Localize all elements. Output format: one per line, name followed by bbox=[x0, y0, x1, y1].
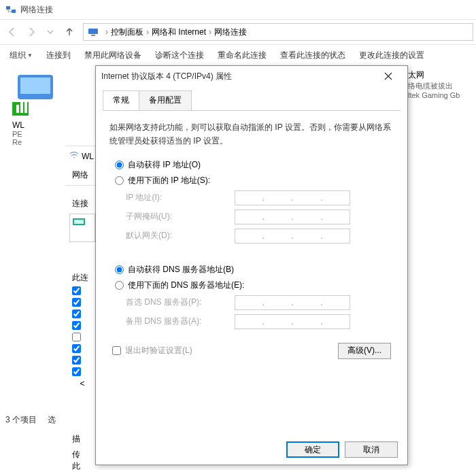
disable-device-button[interactable]: 禁用此网络设备 bbox=[79, 47, 147, 64]
component-checkbox[interactable] bbox=[72, 344, 81, 353]
change-settings-button[interactable]: 更改此连接的设置 bbox=[354, 47, 430, 64]
dialog-titlebar[interactable]: Internet 协议版本 4 (TCP/IPv4) 属性 bbox=[96, 66, 407, 86]
organize-button[interactable]: 组织▼ bbox=[4, 47, 38, 64]
advanced-button[interactable]: 高级(V)... bbox=[338, 343, 391, 359]
svg-rect-8 bbox=[20, 102, 23, 113]
ip-address-label: IP 地址(I): bbox=[126, 192, 235, 203]
radio-ip-auto[interactable] bbox=[115, 161, 124, 169]
svg-rect-5 bbox=[20, 78, 50, 94]
cancel-button[interactable]: 取消 bbox=[345, 441, 398, 458]
breadcrumb-item[interactable]: 网络连接 bbox=[214, 27, 247, 38]
breadcrumb-item[interactable]: 控制面板 bbox=[111, 27, 143, 38]
tab-general[interactable]: 常规 bbox=[103, 90, 139, 110]
computer-icon bbox=[88, 27, 99, 37]
alternate-dns-input: ... bbox=[235, 314, 350, 329]
adapter-item-ethernet[interactable]: 太网 络电缆被拔出 ltek Gaming Gb bbox=[408, 69, 468, 99]
preferred-dns-label: 首选 DNS 服务器(P): bbox=[126, 297, 235, 308]
adapter-properties-window: WL 网络 连接 此连 < 描 传 此 bbox=[65, 146, 99, 470]
window-titlebar: 网络连接 bbox=[0, 0, 476, 19]
dialog-description: 如果网络支持此功能，则可以获取自动指派的 IP 设置。否则，你需要从网络系统管理… bbox=[109, 120, 394, 148]
address-bar: › 控制面板 › 网络和 Internet › 网络连接 bbox=[0, 19, 476, 45]
component-checkbox[interactable] bbox=[72, 367, 81, 376]
subnet-mask-input: ... bbox=[235, 209, 350, 224]
component-checkbox[interactable] bbox=[72, 298, 81, 307]
gateway-label: 默认网关(D): bbox=[126, 230, 235, 241]
alternate-dns-label: 备用 DNS 服务器(A): bbox=[126, 316, 235, 327]
forward-button[interactable] bbox=[22, 22, 41, 41]
svg-rect-7 bbox=[16, 105, 19, 113]
ipv4-properties-dialog: Internet 协议版本 4 (TCP/IPv4) 属性 常规 备用配置 如果… bbox=[95, 65, 408, 465]
radio-dns-manual-label: 使用下面的 DNS 服务器地址(E): bbox=[128, 280, 244, 291]
component-checkbox[interactable] bbox=[72, 333, 81, 341]
tab-alternate[interactable]: 备用配置 bbox=[139, 90, 192, 110]
svg-rect-0 bbox=[6, 6, 10, 10]
breadcrumb-item[interactable]: 网络和 Internet bbox=[152, 27, 206, 38]
svg-rect-1 bbox=[12, 10, 16, 13]
component-checkbox[interactable] bbox=[72, 286, 81, 295]
component-checkbox[interactable] bbox=[72, 321, 81, 330]
validate-on-exit-checkbox[interactable]: 退出时验证设置(L) bbox=[112, 345, 192, 356]
breadcrumb-sep: › bbox=[105, 27, 108, 37]
component-checkbox[interactable] bbox=[72, 356, 81, 365]
item-count: 3 个项目 bbox=[5, 414, 37, 426]
status-bar: 3 个项目 选 bbox=[5, 414, 56, 426]
preferred-dns-input: ... bbox=[235, 295, 350, 310]
adapter-item-wlan[interactable]: WL PE Re bbox=[12, 69, 72, 146]
history-dropdown[interactable] bbox=[41, 22, 60, 41]
wifi-adapter-icon bbox=[12, 111, 72, 120]
svg-rect-9 bbox=[24, 99, 27, 113]
radio-ip-auto-label: 自动获得 IP 地址(O) bbox=[128, 159, 201, 171]
window-title: 网络连接 bbox=[20, 4, 53, 16]
radio-dns-manual[interactable] bbox=[115, 281, 124, 290]
view-status-button[interactable]: 查看此连接的状态 bbox=[275, 47, 351, 64]
radio-dns-auto-label: 自动获得 DNS 服务器地址(B) bbox=[128, 264, 234, 275]
up-button[interactable] bbox=[60, 22, 79, 41]
radio-ip-manual-label: 使用下面的 IP 地址(S): bbox=[128, 175, 210, 186]
component-checkbox[interactable] bbox=[72, 309, 81, 318]
tab-network[interactable]: 网络 bbox=[65, 165, 99, 186]
adapter-name: WL bbox=[12, 120, 72, 130]
dialog-title: Internet 协议版本 4 (TCP/IPv4) 属性 bbox=[101, 71, 375, 82]
connect-to-button[interactable]: 连接到 bbox=[41, 47, 76, 64]
svg-rect-2 bbox=[88, 29, 98, 34]
rename-button[interactable]: 重命名此连接 bbox=[212, 47, 272, 64]
nic-icon bbox=[73, 217, 85, 229]
subnet-mask-label: 子网掩码(U): bbox=[126, 211, 235, 222]
close-button[interactable] bbox=[375, 67, 402, 86]
chevron-down-icon: ▼ bbox=[27, 52, 33, 58]
adapter-name: 太网 bbox=[408, 69, 468, 81]
breadcrumb[interactable]: › 控制面板 › 网络和 Internet › 网络连接 bbox=[83, 23, 473, 41]
gateway-input: ... bbox=[235, 229, 350, 244]
diagnose-button[interactable]: 诊断这个连接 bbox=[150, 47, 209, 64]
ip-address-input: ... bbox=[235, 190, 350, 205]
radio-ip-manual[interactable] bbox=[115, 176, 124, 185]
back-button[interactable] bbox=[3, 22, 22, 41]
network-icon bbox=[5, 4, 16, 15]
svg-rect-3 bbox=[91, 35, 95, 36]
toolbar: 组织▼ 连接到 禁用此网络设备 诊断这个连接 重命名此连接 查看此连接的状态 更… bbox=[0, 45, 476, 65]
svg-rect-11 bbox=[74, 220, 84, 224]
wifi-icon bbox=[69, 150, 79, 162]
radio-dns-auto[interactable] bbox=[115, 265, 124, 274]
ok-button[interactable]: 确定 bbox=[286, 441, 339, 458]
adapter-select[interactable] bbox=[69, 214, 95, 242]
